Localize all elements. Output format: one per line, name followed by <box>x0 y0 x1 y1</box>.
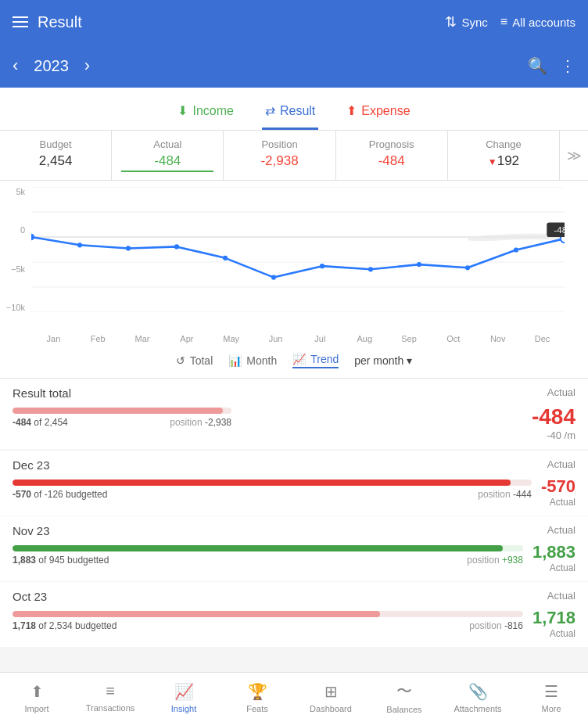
nov23-position: +938 <box>502 555 523 566</box>
oct23-label: Oct 23 <box>13 590 47 603</box>
svg-point-11 <box>271 275 276 280</box>
per-month-button[interactable]: per month ▾ <box>354 353 412 368</box>
result-total-of-budget: 2,454 <box>45 417 68 428</box>
stat-position[interactable]: Position -2,938 <box>224 131 335 180</box>
hamburger-menu[interactable] <box>13 16 28 27</box>
chart-area: 5k 0 −5k −10k <box>0 181 588 347</box>
stat-prognosis[interactable]: Prognosis -484 <box>336 131 448 180</box>
all-accounts-button[interactable]: ≡ All accounts <box>500 15 575 29</box>
dec23-of-actual: -570 <box>13 489 31 500</box>
svg-point-10 <box>223 256 228 260</box>
chart-toggles: ↺ Total 📊 Month 📈 Trend per month ▾ <box>0 347 588 379</box>
income-icon: ⬇ <box>177 103 188 118</box>
oct23-of-actual: 1,718 <box>13 620 36 631</box>
svg-point-6 <box>31 234 34 240</box>
nav-dashboard[interactable]: ⊞ Dashboard <box>294 673 368 722</box>
month-card-nov23[interactable]: Nov 23 Actual 1,883 of 945 budgetted pos… <box>0 516 588 581</box>
stats-row: Budget 2,454 Actual -484 Position -2,938… <box>0 131 588 181</box>
balances-icon: 〜 <box>396 681 412 702</box>
more-options-icon[interactable]: ⋮ <box>560 56 575 75</box>
result-total-rate: -40 /m <box>532 429 575 441</box>
svg-point-7 <box>77 242 82 247</box>
import-icon: ⬆ <box>30 682 44 701</box>
chart-x-labels: Jan Feb Mar Apr May Jun Jul Aug Sep Oct … <box>31 334 565 343</box>
dec23-value: -570 <box>541 476 575 497</box>
dec23-actual-label: Actual <box>547 458 575 470</box>
dec23-of-budget: -126 <box>45 489 63 500</box>
total-icon: ↺ <box>176 354 185 367</box>
stat-change[interactable]: Change ▼192 <box>448 131 560 180</box>
more-icon: ☰ <box>544 682 558 701</box>
nov23-of-budget: 945 <box>49 555 65 566</box>
month-card-oct23[interactable]: Oct 23 Actual 1,718 of 2,534 budgetted p… <box>0 582 588 647</box>
svg-point-16 <box>514 247 518 252</box>
accounts-icon: ≡ <box>500 15 507 29</box>
oct23-position: -816 <box>504 620 523 631</box>
data-list: Result total Actual -484 of 2,454 positi… <box>0 379 588 669</box>
svg-point-12 <box>320 264 324 268</box>
month-icon: 📊 <box>228 354 242 367</box>
month-toggle[interactable]: 📊 Month <box>228 353 277 368</box>
stat-budget[interactable]: Budget 2,454 <box>0 131 112 180</box>
stat-actual[interactable]: Actual -484 <box>112 131 224 180</box>
trend-icon: 📈 <box>292 353 306 365</box>
oct23-actual: Actual <box>532 628 575 639</box>
prev-year-button[interactable]: ‹ <box>13 56 18 76</box>
bottom-navigation: ⬆ Import ≡ Transactions 📈 Insight 🏆 Feat… <box>0 672 588 722</box>
nav-transactions[interactable]: ≡ Transactions <box>74 673 147 722</box>
attachments-icon: 📎 <box>468 682 488 701</box>
result-total-label: Result total <box>13 386 71 400</box>
result-total-position: -2,938 <box>205 417 231 428</box>
svg-point-15 <box>465 265 470 270</box>
sync-button[interactable]: ⇅ Sync <box>445 13 487 31</box>
svg-point-9 <box>174 244 179 249</box>
page-title: Result <box>38 13 82 31</box>
nov23-label: Nov 23 <box>13 524 50 537</box>
nov23-of-actual: 1,883 <box>13 555 36 566</box>
nav-insight[interactable]: 📈 Insight <box>147 673 220 722</box>
trend-toggle[interactable]: 📈 Trend <box>292 353 339 368</box>
stats-chevron[interactable]: ≫ <box>560 131 588 180</box>
line-chart-svg: -484 <box>31 187 565 312</box>
line-chart-container: 5k 0 −5k −10k <box>0 187 588 343</box>
dashboard-icon: ⊞ <box>324 682 338 701</box>
app-header: Result ⇅ Sync ≡ All accounts <box>0 0 588 44</box>
svg-point-13 <box>368 267 373 271</box>
feats-icon: 🏆 <box>248 682 267 701</box>
chart-y-labels: 5k 0 −5k −10k <box>0 187 28 312</box>
tab-income[interactable]: ⬇ Income <box>174 97 236 130</box>
svg-point-8 <box>126 246 131 250</box>
nov23-actual: Actual <box>532 562 575 573</box>
total-toggle[interactable]: ↺ Total <box>176 353 213 368</box>
svg-point-14 <box>417 262 421 267</box>
insight-icon: 📈 <box>174 682 194 701</box>
expense-icon: ⬆ <box>346 103 357 118</box>
result-total-card[interactable]: Result total Actual -484 of 2,454 positi… <box>0 379 588 449</box>
transactions-icon: ≡ <box>106 682 115 700</box>
nav-feats[interactable]: 🏆 Feats <box>220 673 294 722</box>
search-icon[interactable]: 🔍 <box>528 56 547 75</box>
oct23-value: 1,718 <box>532 608 575 628</box>
tab-result[interactable]: ⇄ Result <box>262 97 318 130</box>
chevron-right-icon: ≫ <box>567 147 582 164</box>
svg-text:-484: -484 <box>554 225 565 235</box>
tab-expense[interactable]: ⬆ Expense <box>343 97 413 130</box>
result-total-actual-label: Actual <box>547 386 575 398</box>
nav-import[interactable]: ⬆ Import <box>0 673 74 722</box>
sync-icon: ⇅ <box>445 13 457 31</box>
position-label: position <box>170 417 205 428</box>
year-navigation: ‹ 2023 › 🔍 ⋮ <box>0 44 588 88</box>
nav-balances[interactable]: 〜 Balances <box>368 673 441 722</box>
year-label: 2023 <box>34 57 69 75</box>
nov23-actual-label: Actual <box>547 524 575 536</box>
month-card-dec23[interactable]: Dec 23 Actual -570 of -126 budgetted pos… <box>0 451 588 515</box>
next-year-button[interactable]: › <box>84 56 90 76</box>
oct23-of-budget: 2,534 <box>49 620 73 631</box>
result-total-of-actual: -484 <box>13 417 31 428</box>
dec23-label: Dec 23 <box>13 458 50 472</box>
nav-attachments[interactable]: 📎 Attachments <box>441 673 514 722</box>
oct23-actual-label: Actual <box>547 590 575 602</box>
result-icon: ⇄ <box>265 103 275 118</box>
nav-more[interactable]: ☰ More <box>514 673 588 722</box>
result-total-value: -484 <box>532 404 575 429</box>
